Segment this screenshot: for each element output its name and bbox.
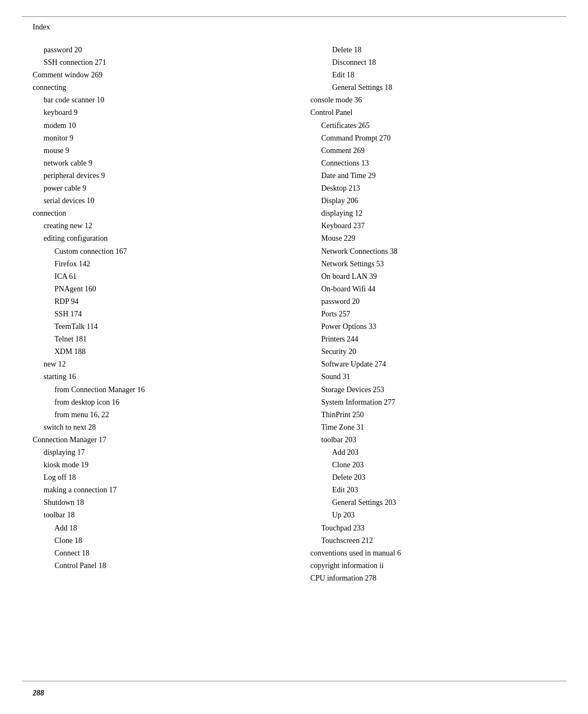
list-item: Time Zone 31: [321, 421, 555, 434]
list-item: Firefox 142: [54, 258, 278, 270]
list-item: Telnet 181: [54, 333, 278, 345]
content-area: password 20SSH connection 271Comment win…: [33, 44, 555, 670]
list-item: Control Panel 18: [54, 559, 278, 572]
page-footer: 288: [33, 689, 44, 698]
list-item: Add 203: [332, 446, 555, 459]
list-item: Network Settings 53: [321, 258, 555, 270]
list-item: Shutdown 18: [44, 496, 278, 509]
bottom-rule: [22, 681, 566, 681]
list-item: On-board Wifi 44: [321, 283, 555, 295]
list-item: creating new 12: [44, 219, 278, 232]
list-item: Connection Manager 17: [33, 434, 278, 446]
list-item: Ports 257: [321, 308, 555, 320]
list-item: Certificates 265: [321, 119, 555, 132]
list-item: password 20: [321, 295, 555, 308]
list-item: starting 16: [44, 370, 278, 383]
list-item: Custom connection 167: [54, 245, 278, 258]
list-item: Edit 203: [332, 484, 555, 496]
right-column: Delete 18Disconnect 18Edit 18General Set…: [294, 44, 555, 670]
list-item: console mode 36: [310, 94, 555, 106]
list-item: Security 20: [321, 345, 555, 358]
list-item: from menu 16, 22: [54, 408, 278, 421]
list-item: Clone 203: [332, 459, 555, 471]
page-container: Index password 20SSH connection 271Comme…: [0, 0, 588, 714]
list-item: Sound 31: [321, 370, 555, 383]
list-item: Desktop 213: [321, 182, 555, 194]
list-item: General Settings 18: [332, 81, 555, 94]
list-item: displaying 17: [44, 446, 278, 459]
list-item: SSH connection 271: [44, 56, 278, 69]
left-column: password 20SSH connection 271Comment win…: [33, 44, 294, 670]
top-rule: [22, 16, 566, 17]
list-item: Connections 13: [321, 157, 555, 169]
page-number: 288: [33, 689, 44, 697]
list-item: network cable 9: [44, 157, 278, 169]
list-item: Mouse 229: [321, 232, 555, 245]
list-item: making a connection 17: [44, 484, 278, 496]
list-item: Keyboard 237: [321, 219, 555, 232]
list-item: Touchscreen 212: [321, 534, 555, 547]
list-item: Delete 203: [332, 471, 555, 484]
list-item: from Connection Manager 16: [54, 383, 278, 396]
list-item: keyboard 9: [44, 106, 278, 119]
list-item: mouse 9: [44, 144, 278, 157]
list-item: power cable 9: [44, 182, 278, 194]
list-item: toolbar 203: [321, 434, 555, 446]
list-item: Clone 18: [54, 534, 278, 547]
list-item: Edit 18: [332, 69, 555, 81]
list-item: connecting: [33, 81, 278, 94]
list-item: CPU information 278: [310, 572, 555, 584]
list-item: ICA 61: [54, 270, 278, 283]
list-item: System Information 277: [321, 396, 555, 408]
list-item: PNAgent 160: [54, 283, 278, 295]
list-item: Power Options 33: [321, 320, 555, 333]
list-item: Storage Devices 253: [321, 383, 555, 396]
list-item: TeemTalk 114: [54, 320, 278, 333]
list-item: Network Connections 38: [321, 245, 555, 258]
list-item: SSH 174: [54, 308, 278, 320]
list-item: Add 18: [54, 522, 278, 534]
list-item: RDP 94: [54, 295, 278, 308]
list-item: new 12: [44, 358, 278, 370]
list-item: monitor 9: [44, 132, 278, 144]
list-item: switch to next 28: [44, 421, 278, 434]
list-item: toolbar 18: [44, 509, 278, 521]
list-item: XDM 188: [54, 345, 278, 358]
list-item: Comment window 269: [33, 69, 278, 81]
list-item: Log off 18: [44, 471, 278, 484]
list-item: Connect 18: [54, 547, 278, 559]
list-item: Display 206: [321, 194, 555, 207]
page-header: Index: [33, 23, 50, 32]
header-title: Index: [33, 23, 50, 31]
list-item: modem 10: [44, 119, 278, 132]
list-item: Delete 18: [332, 44, 555, 56]
list-item: Touchpad 233: [321, 522, 555, 534]
list-item: peripheral devices 9: [44, 169, 278, 182]
list-item: serial devices 10: [44, 194, 278, 207]
list-item: from desktop icon 16: [54, 396, 278, 408]
list-item: On board LAN 39: [321, 270, 555, 283]
list-item: connection: [33, 207, 278, 219]
list-item: editing configuration: [44, 232, 278, 245]
list-item: Control Panel: [310, 106, 555, 119]
list-item: copyright information ii: [310, 559, 555, 572]
list-item: Disconnect 18: [332, 56, 555, 69]
list-item: conventions used in manual 6: [310, 547, 555, 559]
list-item: Date and Time 29: [321, 169, 555, 182]
list-item: Software Update 274: [321, 358, 555, 370]
list-item: Printers 244: [321, 333, 555, 345]
list-item: Command Prompt 270: [321, 132, 555, 144]
list-item: password 20: [44, 44, 278, 56]
list-item: displaying 12: [321, 207, 555, 219]
list-item: kiosk mode 19: [44, 459, 278, 471]
list-item: ThinPrint 250: [321, 408, 555, 421]
list-item: General Settings 203: [332, 496, 555, 509]
list-item: bar code scanner 10: [44, 94, 278, 106]
list-item: Comment 269: [321, 144, 555, 157]
list-item: Up 203: [332, 509, 555, 521]
